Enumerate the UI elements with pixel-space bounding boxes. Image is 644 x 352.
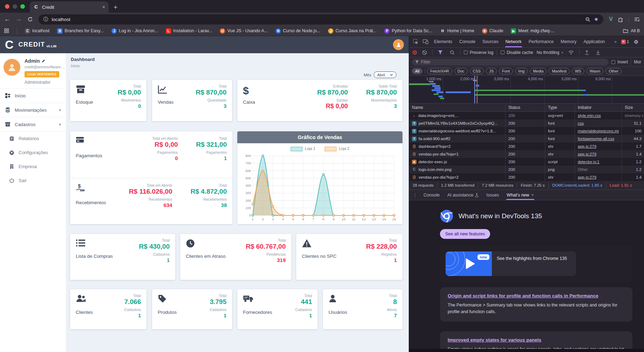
clear-network-log-icon[interactable] [420,50,429,55]
network-request-row[interactable]: Tpe0TMlmSLYBlv1o4X1M8ce2xCx3yop4tQ... 20… [409,119,644,127]
devtools-settings-gear-icon[interactable] [632,39,640,44]
drawer-tab-whats-new[interactable]: What's new × [503,190,537,200]
import-har-icon[interactable] [583,50,591,55]
sidebar-item-empresa[interactable]: Empresa [0,159,66,173]
chip-js[interactable]: JS [486,68,497,74]
zoom-icon[interactable] [585,17,590,22]
site-info-icon[interactable]: ⓘ [43,16,48,22]
tab-memory[interactable]: Memory [557,36,579,47]
throttling-select[interactable]: No throttling▾ [537,50,563,55]
chip-other[interactable]: Other [605,68,622,74]
tab-console[interactable]: Console [456,36,479,47]
sidebar-item-sair[interactable]: Sair [0,173,66,187]
drawer-menu-icon[interactable]: ⋮ [411,193,419,198]
disclosure-chevron-icon[interactable]: ⌄ [412,112,416,119]
network-filter-input[interactable]: Filter [412,59,609,65]
network-request-row[interactable]: {}vendas-por-dia?loja=2 200 xhr app.js:2… [409,173,644,181]
device-toolbar-icon[interactable] [421,39,430,44]
close-window-button[interactable] [5,4,9,9]
chip-media[interactable]: Media [530,68,547,74]
column-initiator[interactable]: Initiator [575,104,622,111]
bookmark-item[interactable]: PPython for Data Sc... [384,28,432,34]
sidebar-item-configuracoes[interactable]: Configurações [0,145,66,159]
new-tab-button[interactable]: + [114,4,117,13]
sidebar-item-inicio[interactable]: Início [0,88,66,103]
browser-tab[interactable]: C Credit × [30,1,109,13]
chip-img[interactable]: Img [515,68,528,74]
bookmark-item[interactable]: HHome | Home [440,28,474,34]
tab-network[interactable]: Network [502,36,525,47]
maximize-window-button[interactable] [20,4,25,9]
record-network-log-icon[interactable] [413,50,417,55]
close-icon[interactable]: × [531,193,534,198]
month-select[interactable]: Abril [374,71,396,78]
column-type[interactable]: Type [545,104,575,111]
chip-ws[interactable]: WS [572,68,584,74]
address-bar[interactable]: ⓘ localhost ★ [39,14,603,25]
chip-wasm[interactable]: Wasm [587,68,604,74]
forward-icon[interactable]: → [16,16,22,23]
network-request-row[interactable]: Tfa-solid-900.woff2 200 font fontawesome… [409,135,644,143]
tab-elements[interactable]: Elements [431,36,455,47]
tab-application[interactable]: Application [580,36,608,47]
edit-pencil-icon[interactable] [42,59,45,63]
network-request-row[interactable]: {}dashboard?loja=2 200 xhr app.js:279 1.… [409,143,644,150]
column-status[interactable]: Status [506,104,545,111]
bookmark-star-icon[interactable]: ★ [594,16,598,22]
close-tab-icon[interactable]: × [102,4,105,10]
search-icon[interactable] [448,50,456,55]
sidebar-item-cadastros[interactable]: Cadastros ▾ [0,117,66,131]
more-tabs-icon[interactable]: » [612,39,618,44]
bookmark-item[interactable]: JCurso Java na Prát... [328,28,377,34]
bookmark-item[interactable]: BBranches for Easy... [57,28,104,34]
minimize-window-button[interactable] [13,4,17,9]
tab-sources[interactable]: Sources [479,36,502,47]
column-size[interactable]: Size [622,104,644,111]
bookmark-item[interactable]: ✶Claude [482,28,503,34]
drawer-tab-ai-assistance[interactable]: AI assistance [444,190,482,200]
bookmark-item[interactable]: Clocalhost [25,28,49,34]
bookmark-item[interactable]: NCurso de Node.js... [276,28,320,34]
inspect-element-icon[interactable] [411,39,420,44]
see-all-features-button[interactable]: See all new features [440,229,490,239]
back-icon[interactable]: ← [4,16,10,23]
bookmark-item[interactable]: LInstallation - Larav... [166,28,212,34]
error-badge[interactable]: ✕1 [621,40,629,44]
tab-performance[interactable]: Performance [526,36,557,47]
chip-fetch-xhr[interactable]: Fetch/XHR [427,68,452,74]
apps-grid-icon[interactable] [4,28,9,33]
bookmark-item[interactable]: ▶Meet: mdg-zfwq-... [511,28,555,34]
extensions-puzzle-icon[interactable] [618,16,624,22]
video-thumbnail[interactable]: new [446,251,492,276]
network-request-row[interactable]: detector-exec.js 200 script detector.js:… [409,158,644,166]
all-bookmarks-button[interactable]: All B [623,28,640,33]
network-request-row[interactable]: ⌄data:image/svg+xml,... 200 svg+xml styl… [409,112,644,119]
network-request-row[interactable]: Clogo-icon-mini.png 200 png Other 1.2 [409,166,644,173]
network-request-row[interactable]: {}vendas-por-dia?loja=1 200 xhr app.js:2… [409,150,644,158]
sidebar-item-relatorios[interactable]: Relatórios [0,131,66,145]
bookmark-item[interactable]: UVue JS - Usando A... [220,28,268,34]
preserve-log-checkbox[interactable]: Preserve log [464,50,493,55]
sidebar-item-movimentacoes[interactable]: Movimentações ▾ [0,103,66,117]
reload-icon[interactable] [27,16,33,22]
media-controls-icon[interactable] [634,17,640,22]
filter-funnel-icon[interactable] [436,50,445,55]
invert-filter-checkbox[interactable]: Invert [611,60,628,64]
chip-all[interactable]: All [412,68,422,74]
chip-css[interactable]: CSS [470,68,484,74]
chip-doc[interactable]: Doc [454,68,468,74]
network-waterfall-overview[interactable]: 1,000 ms 2,000 ms 3,000 ms 4,000 ms 5,00… [409,76,644,104]
vue-devtools-icon[interactable]: V [609,16,613,22]
highlights-card[interactable]: new See the highlights from Chrome 135 [440,246,632,282]
more-filters-label[interactable]: Mor [634,60,641,64]
bookmark-item[interactable]: JLog in - Jira Anron... [111,28,158,34]
chip-manifest[interactable]: Manifest [549,68,570,74]
section-heading-link[interactable]: Origin and script links for profile and … [448,293,598,298]
column-name[interactable]: Name [409,104,506,111]
header-avatar[interactable] [393,39,404,50]
disable-cache-checkbox[interactable]: Disable cache [501,50,533,55]
network-request-row[interactable]: Tmaterialdesignicons-webfont.woff2?v=1.8… [409,127,644,135]
chip-font[interactable]: Font [499,68,513,74]
drawer-tab-console[interactable]: Console [420,190,443,200]
drawer-tab-issues[interactable]: Issues [483,190,502,200]
